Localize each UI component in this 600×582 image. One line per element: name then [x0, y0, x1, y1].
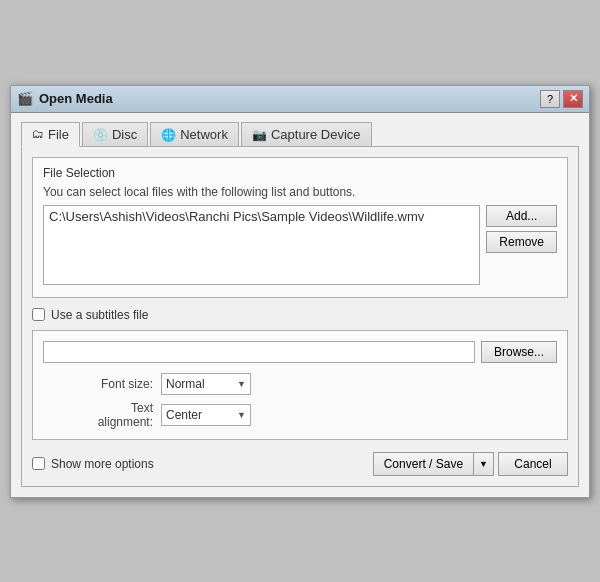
file-selection-title: File Selection — [43, 166, 557, 180]
file-action-buttons: Add... Remove — [486, 205, 557, 253]
font-size-dropdown-arrow: ▼ — [237, 379, 246, 389]
text-alignment-dropdown-arrow: ▼ — [237, 410, 246, 420]
file-tab-icon: 🗂 — [32, 127, 44, 141]
disc-tab-icon: 💿 — [93, 128, 108, 142]
file-selection-group: File Selection You can select local file… — [32, 157, 568, 298]
tab-bar: 🗂 File 💿 Disc 🌐 Network 📷 Capture Device — [21, 121, 579, 146]
capture-tab-icon: 📷 — [252, 128, 267, 142]
tab-network-label: Network — [180, 127, 228, 142]
title-bar-left: 🎬 Open Media — [17, 91, 113, 107]
app-icon: 🎬 — [17, 91, 33, 107]
font-size-dropdown[interactable]: Normal ▼ — [161, 373, 251, 395]
text-alignment-value: Center — [166, 408, 237, 422]
help-button[interactable]: ? — [540, 90, 560, 108]
window-title: Open Media — [39, 91, 113, 106]
font-options: Font size: Normal ▼ Text alignment: Cent… — [43, 373, 557, 429]
text-alignment-label: Text alignment: — [73, 401, 153, 429]
file-path-entry: C:\Users\Ashish\Videos\Ranchi Pics\Sampl… — [49, 209, 424, 224]
show-more-label: Show more options — [51, 457, 154, 471]
file-selection-description: You can select local files with the foll… — [43, 185, 557, 199]
close-button[interactable]: ✕ — [563, 90, 583, 108]
main-panel: File Selection You can select local file… — [21, 146, 579, 487]
font-size-label: Font size: — [73, 377, 153, 391]
subtitle-checkbox-label: Use a subtitles file — [51, 308, 148, 322]
tab-file-label: File — [48, 127, 69, 142]
bottom-row: Show more options Convert / Save ▼ Cance… — [32, 452, 568, 476]
subtitle-file-input[interactable] — [43, 341, 475, 363]
subtitle-file-row: Browse... — [43, 341, 557, 363]
text-alignment-row: Text alignment: Center ▼ — [73, 401, 557, 429]
window-content: 🗂 File 💿 Disc 🌐 Network 📷 Capture Device… — [11, 113, 589, 497]
cancel-button[interactable]: Cancel — [498, 452, 568, 476]
tab-disc[interactable]: 💿 Disc — [82, 122, 148, 147]
subtitle-options-group: Browse... Font size: Normal ▼ Text align… — [32, 330, 568, 440]
file-list-row: C:\Users\Ashish\Videos\Ranchi Pics\Sampl… — [43, 205, 557, 285]
show-more-row: Show more options — [32, 457, 154, 471]
convert-save-dropdown-arrow[interactable]: ▼ — [473, 452, 494, 476]
subtitle-checkbox-row: Use a subtitles file — [32, 308, 568, 322]
subtitle-checkbox[interactable] — [32, 308, 45, 321]
tab-capture-label: Capture Device — [271, 127, 361, 142]
open-media-window: 🎬 Open Media ? ✕ 🗂 File 💿 Disc 🌐 Network — [10, 85, 590, 498]
tab-capture[interactable]: 📷 Capture Device — [241, 122, 372, 147]
text-alignment-dropdown[interactable]: Center ▼ — [161, 404, 251, 426]
font-size-value: Normal — [166, 377, 237, 391]
tab-file[interactable]: 🗂 File — [21, 122, 80, 147]
network-tab-icon: 🌐 — [161, 128, 176, 142]
title-bar: 🎬 Open Media ? ✕ — [11, 86, 589, 113]
tab-disc-label: Disc — [112, 127, 137, 142]
convert-save-button[interactable]: Convert / Save — [373, 452, 473, 476]
window-controls: ? ✕ — [540, 90, 583, 108]
remove-button[interactable]: Remove — [486, 231, 557, 253]
browse-button[interactable]: Browse... — [481, 341, 557, 363]
add-button[interactable]: Add... — [486, 205, 557, 227]
show-more-checkbox[interactable] — [32, 457, 45, 470]
font-size-row: Font size: Normal ▼ — [73, 373, 557, 395]
convert-save-button-group: Convert / Save ▼ — [373, 452, 494, 476]
tab-network[interactable]: 🌐 Network — [150, 122, 239, 147]
action-buttons: Convert / Save ▼ Cancel — [373, 452, 568, 476]
file-listbox[interactable]: C:\Users\Ashish\Videos\Ranchi Pics\Sampl… — [43, 205, 480, 285]
